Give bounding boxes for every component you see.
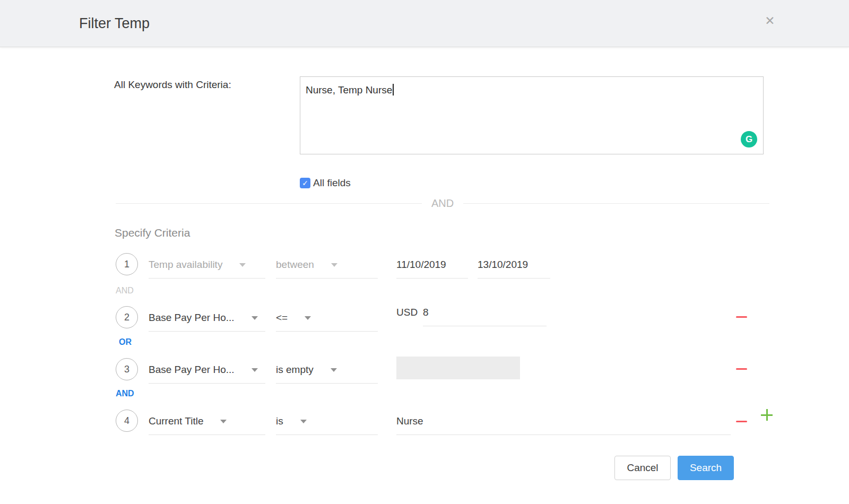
row3-operator-dropdown[interactable]: is empty [276, 363, 378, 384]
row1-field-label: Temp availability [149, 258, 222, 271]
grammarly-icon[interactable]: G [741, 131, 757, 147]
row1-date-to-value: 13/10/2019 [478, 258, 528, 271]
chevron-down-icon [331, 263, 337, 267]
chevron-down-icon [300, 420, 307, 423]
all-fields-checkbox-row[interactable]: ✓ All fields [300, 177, 351, 189]
divider-line-left [116, 203, 422, 204]
filter-dialog: Filter Temp ✕ All Keywords with Criteria… [0, 0, 849, 504]
all-fields-label: All fields [313, 177, 351, 189]
row3-value-disabled [396, 357, 520, 379]
row2-field-label: Base Pay Per Ho... [149, 311, 235, 324]
divider-label: AND [422, 197, 463, 210]
row1-operator-dropdown[interactable]: between [276, 258, 378, 279]
connector-2-or[interactable]: OR [119, 337, 132, 347]
row2-value: 8 [423, 306, 429, 319]
row3-field-label: Base Pay Per Ho... [149, 363, 235, 376]
dialog-header: Filter Temp ✕ [0, 0, 849, 47]
keywords-textarea[interactable]: Nurse, Temp Nurse G [300, 76, 764, 154]
chevron-down-icon [239, 263, 246, 267]
cancel-button[interactable]: Cancel [614, 456, 671, 480]
row4-operator-label: is [276, 415, 283, 428]
minus-icon [736, 316, 747, 318]
row2-currency-label: USD [396, 306, 418, 319]
row1-number: 1 [116, 253, 138, 275]
row2-operator-label: <= [276, 311, 288, 324]
row4-operator-dropdown[interactable]: is [276, 415, 378, 435]
row1-field-dropdown[interactable]: Temp availability [149, 258, 265, 279]
criteria-heading: Specify Criteria [115, 227, 190, 239]
divider-line-right [463, 203, 769, 204]
row2-number: 2 [116, 306, 138, 328]
chevron-down-icon [252, 316, 258, 320]
row3-field-dropdown[interactable]: Base Pay Per Ho... [149, 363, 265, 384]
text-cursor [393, 84, 394, 95]
search-button[interactable]: Search [678, 456, 734, 480]
row2-field-dropdown[interactable]: Base Pay Per Ho... [149, 311, 265, 332]
row4-remove-button[interactable] [735, 415, 749, 429]
close-button[interactable]: ✕ [760, 11, 780, 31]
connector-1-and[interactable]: AND [116, 286, 134, 296]
keywords-value: Nurse, Temp Nurse [306, 84, 392, 95]
close-icon: ✕ [765, 14, 775, 28]
row3-operator-label: is empty [276, 363, 314, 376]
chevron-down-icon [305, 316, 311, 320]
row2-operator-dropdown[interactable]: <= [276, 311, 378, 332]
row3-number: 3 [116, 358, 138, 380]
row4-field-label: Current Title [149, 415, 203, 428]
chevron-down-icon [331, 368, 337, 372]
row1-operator-label: between [276, 258, 314, 271]
chevron-down-icon [252, 368, 258, 372]
row2-value-input[interactable]: 8 [423, 306, 547, 326]
row4-add-button[interactable] [760, 409, 774, 422]
row4-value-input[interactable]: Nurse [396, 415, 731, 435]
connector-3-and[interactable]: AND [116, 389, 134, 398]
row4-field-dropdown[interactable]: Current Title [149, 415, 265, 435]
row3-remove-button[interactable] [735, 362, 749, 376]
and-divider: AND [116, 197, 769, 210]
row4-value: Nurse [396, 415, 423, 428]
keywords-label: All Keywords with Criteria: [114, 79, 231, 91]
minus-icon [736, 421, 747, 422]
row2-remove-button[interactable] [735, 310, 749, 324]
row1-date-from-input[interactable]: 11/10/2019 [396, 258, 468, 279]
dialog-title: Filter Temp [79, 0, 150, 47]
minus-icon [736, 368, 747, 370]
chevron-down-icon [220, 420, 227, 423]
checkbox-checked-icon[interactable]: ✓ [300, 178, 310, 188]
row1-date-to-input[interactable]: 13/10/2019 [478, 258, 550, 279]
row4-number: 4 [116, 410, 138, 432]
row1-date-from-value: 11/10/2019 [396, 258, 446, 271]
